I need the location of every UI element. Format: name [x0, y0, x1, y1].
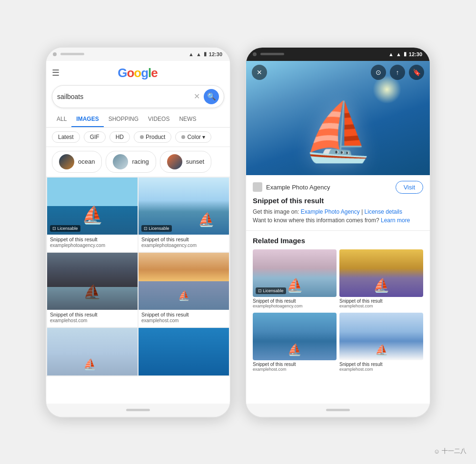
watermark: ☺ 十一二八	[434, 447, 466, 455]
snippet-desc-part1: Get this image on:	[253, 208, 301, 215]
pill-racing[interactable]: racing	[106, 151, 156, 173]
snippet-link-agency[interactable]: Example Photo Agency	[301, 208, 360, 215]
related-caption-1: Snippet of this result	[253, 298, 337, 304]
grid-caption-title-1: Snippet of this result	[50, 237, 135, 242]
grid-caption-title-3: Snippet of this result	[50, 312, 135, 317]
snippet-desc: Get this image on: Example Photo Agency …	[253, 207, 423, 225]
left-time: 12:30	[209, 51, 222, 57]
grid-item-5[interactable]	[47, 328, 138, 375]
grid-item-3[interactable]: Snippet of this result examplehost.com	[47, 253, 138, 327]
speaker-left	[60, 53, 84, 55]
grid-caption-title-2: Snippet of this result	[141, 237, 226, 242]
pill-thumb-sunset	[167, 154, 182, 169]
search-clear-icon[interactable]: ✕	[194, 92, 200, 101]
top-controls: ✕ ⊙ ↑ 🔖	[246, 65, 430, 80]
front-camera-right	[253, 52, 257, 56]
pill-sunset[interactable]: sunset	[160, 151, 211, 173]
related-caption-4: Snippet of this result	[339, 362, 423, 367]
pill-ocean[interactable]: ocean	[52, 151, 102, 173]
related-url-1: examplephotoagency.com	[253, 304, 337, 308]
google-logo: Google	[118, 66, 158, 80]
tab-shopping[interactable]: SHOPPING	[104, 112, 143, 127]
related-item-4[interactable]: Snippet of this result examplehost.com	[339, 313, 423, 373]
pill-thumb-ocean	[59, 154, 74, 169]
related-section: Related Images ⊡ Licensable Snippet of t…	[246, 231, 430, 377]
right-phone: ▲ ▲ ▮ 12:30 ⛵	[245, 47, 431, 418]
related-item-1[interactable]: ⊡ Licensable Snippet of this result exam…	[253, 249, 337, 310]
search-input-row[interactable]: sailboats ✕ 🔍	[52, 85, 224, 108]
big-sailboat: ⛵	[302, 99, 374, 166]
watermark-text: 十一二八	[442, 447, 466, 455]
lens-button[interactable]: ⊙	[371, 65, 386, 80]
search-text: sailboats	[57, 93, 194, 100]
grid-item-1[interactable]: ⊡ Licensable Snippet of this result exam…	[47, 178, 138, 252]
tab-news[interactable]: NEWS	[174, 112, 201, 127]
related-item-3[interactable]: Snippet of this result examplehost.com	[253, 313, 337, 373]
pill-ocean-label: ocean	[78, 158, 95, 165]
tab-images[interactable]: IMAGES	[71, 112, 103, 127]
search-icon: 🔍	[207, 92, 216, 101]
related-url-2: examplehost.com	[339, 304, 423, 308]
related-url-3: examplehost.com	[253, 367, 337, 372]
grid-caption-url-3: examplehost.com	[50, 318, 135, 323]
source-icon	[253, 182, 262, 192]
related-url-4: examplehost.com	[339, 367, 423, 372]
right-signal-icon: ▲	[396, 51, 401, 57]
left-phone-screen: ☰ Google sailboats ✕ 🔍	[46, 61, 230, 404]
home-bar-left	[126, 409, 150, 411]
related-title: Related Images	[253, 237, 423, 245]
grid-caption-title-4: Snippet of this result	[141, 312, 226, 317]
snippet-link-license[interactable]: License details	[365, 208, 402, 215]
bookmark-button[interactable]: 🔖	[409, 65, 424, 80]
right-time: 12:30	[409, 51, 422, 57]
filter-hd[interactable]: HD	[109, 131, 130, 143]
related-item-2[interactable]: Snippet of this result examplehost.com	[339, 249, 423, 310]
watermark-icon: ☺	[434, 448, 440, 455]
grid-item-4[interactable]: Snippet of this result examplehost.com	[139, 253, 229, 327]
signal-icon: ▲	[196, 51, 201, 57]
snippet-title: Snippet of this result	[253, 197, 423, 205]
licensable-badge-2: ⊡ Licensable	[141, 225, 172, 232]
filter-chips: Latest GIF HD Product Color ▾	[46, 128, 230, 147]
left-phone-bottom	[46, 404, 230, 417]
visit-button[interactable]: Visit	[396, 181, 423, 194]
search-button[interactable]: 🔍	[204, 89, 219, 104]
right-wifi-icon: ▲	[388, 51, 394, 57]
tab-videos[interactable]: VIDEOS	[143, 112, 174, 127]
right-image-header: ⛵ ✕ ⊙ ↑ 🔖	[246, 61, 430, 175]
grid-item-6[interactable]	[139, 328, 229, 375]
pill-sunset-label: sunset	[186, 158, 204, 165]
tab-all[interactable]: ALL	[52, 112, 71, 127]
snippet-link-learn[interactable]: Learn more	[381, 217, 410, 224]
grid-caption-url-4: examplehost.com	[141, 318, 226, 323]
left-phone-status-bar: ▲ ▲ ▮ 12:30	[46, 48, 230, 61]
google-logo-row: ☰ Google	[52, 66, 224, 80]
grid-caption-url-1: examplephotoagency.com	[50, 243, 135, 248]
right-status-right: ▲ ▲ ▮ 12:30	[388, 51, 422, 57]
related-licensable-1: ⊡ Licensable	[256, 287, 286, 294]
pill-racing-label: racing	[132, 158, 149, 165]
filter-product[interactable]: Product	[134, 131, 171, 143]
share-button[interactable]: ↑	[390, 65, 405, 80]
home-bar-right	[326, 409, 350, 411]
filter-latest[interactable]: Latest	[52, 131, 80, 143]
filter-gif[interactable]: GIF	[84, 131, 106, 143]
right-phone-status-bar: ▲ ▲ ▮ 12:30	[246, 48, 430, 61]
source-name: Example Photo Agency	[266, 184, 330, 191]
snippet-desc-part2: Want to know where this information come…	[253, 217, 381, 224]
front-camera-left	[53, 52, 57, 56]
hamburger-icon[interactable]: ☰	[52, 68, 60, 78]
wifi-icon: ▲	[188, 51, 194, 57]
related-caption-2: Snippet of this result	[339, 298, 423, 304]
left-status-right: ▲ ▲ ▮ 12:30	[188, 51, 222, 57]
grid-item-2[interactable]: ⊡ Licensable Snippet of this result exam…	[139, 178, 229, 252]
battery-icon: ▮	[204, 51, 207, 57]
image-grid: ⊡ Licensable Snippet of this result exam…	[46, 177, 230, 376]
close-button[interactable]: ✕	[252, 65, 267, 80]
source-row: Example Photo Agency Visit	[253, 181, 423, 194]
grid-caption-url-2: examplephotoagency.com	[141, 243, 226, 248]
detail-panel: Example Photo Agency Visit Snippet of th…	[246, 175, 430, 231]
page-wrapper: ▲ ▲ ▮ 12:30 ☰ Google	[0, 0, 476, 464]
pill-thumb-racing	[113, 154, 128, 169]
filter-color[interactable]: Color ▾	[175, 131, 211, 143]
